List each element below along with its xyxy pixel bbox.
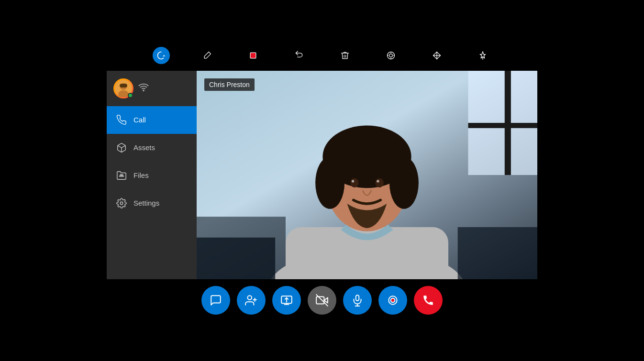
svg-point-2	[389, 54, 393, 57]
svg-rect-20	[468, 123, 537, 128]
end-call-button[interactable]	[414, 286, 443, 315]
record-button[interactable]	[378, 286, 407, 315]
svg-point-31	[352, 180, 354, 182]
video-feed	[197, 71, 537, 279]
svg-rect-43	[356, 295, 359, 301]
sidebar-item-assets-label: Assets	[133, 143, 155, 152]
assets-icon	[116, 142, 127, 153]
call-icon	[116, 115, 127, 125]
sidebar-item-assets[interactable]: Assets	[107, 134, 197, 162]
screen-share-button[interactable]	[272, 286, 301, 315]
toolbar	[107, 42, 537, 71]
svg-rect-11	[120, 84, 127, 88]
sidebar-item-call-label: Call	[133, 116, 146, 124]
sidebar-item-call[interactable]: Call	[107, 106, 197, 134]
target-button[interactable]	[382, 47, 400, 64]
delete-button[interactable]	[336, 47, 354, 64]
undo-button[interactable]	[290, 47, 308, 64]
pin-button[interactable]	[474, 47, 491, 64]
svg-point-12	[143, 90, 144, 91]
add-person-button[interactable]	[237, 286, 266, 315]
move-button[interactable]	[428, 47, 445, 64]
main-content: Call Assets	[107, 71, 537, 279]
sidebar-item-settings[interactable]: Settings	[107, 189, 197, 217]
svg-rect-33	[197, 237, 275, 279]
avatar	[113, 78, 133, 98]
chat-button[interactable]	[201, 286, 230, 315]
wifi-icon	[138, 82, 149, 95]
svg-point-29	[350, 178, 358, 187]
participant-name-label: Chris Preston	[204, 78, 255, 91]
svg-rect-15	[119, 175, 123, 176]
svg-point-16	[120, 202, 123, 205]
online-status-dot	[128, 93, 133, 98]
svg-marker-40	[324, 297, 328, 303]
sidebar-user	[107, 71, 197, 106]
mic-button[interactable]	[343, 286, 372, 315]
pen-tool-button[interactable]	[199, 47, 216, 64]
sidebar-item-settings-label: Settings	[133, 199, 159, 207]
sidebar-item-files[interactable]: Files	[107, 162, 197, 189]
svg-rect-14	[120, 175, 123, 175]
svg-point-27	[315, 156, 344, 208]
svg-point-28	[389, 156, 419, 208]
files-icon	[116, 170, 127, 181]
svg-point-35	[247, 295, 252, 300]
sidebar-item-files-label: Files	[133, 171, 149, 179]
call-controls	[107, 279, 537, 319]
svg-rect-34	[458, 227, 537, 279]
sidebar-nav: Call Assets	[107, 106, 197, 279]
sidebar: Call Assets	[107, 71, 197, 279]
lasso-tool-button[interactable]	[153, 47, 170, 64]
svg-point-30	[375, 178, 383, 187]
svg-point-47	[391, 298, 395, 302]
svg-rect-41	[316, 296, 324, 304]
settings-icon	[116, 198, 127, 208]
video-area: Chris Preston	[197, 71, 537, 279]
color-tool-button[interactable]	[244, 47, 262, 64]
video-toggle-button[interactable]	[308, 286, 336, 315]
svg-point-32	[377, 180, 379, 182]
app-container: Call Assets	[107, 42, 537, 319]
svg-rect-0	[250, 53, 256, 58]
